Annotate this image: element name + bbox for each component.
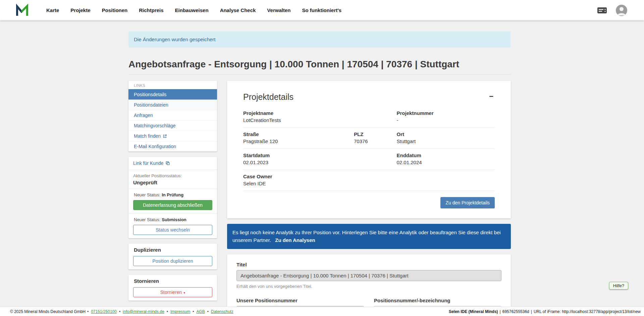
footer-separator: • bbox=[167, 309, 168, 314]
titel-input bbox=[236, 270, 501, 281]
sidebar-item-positionsdateien[interactable]: Positionsdateien bbox=[128, 100, 217, 110]
sidebar-item-match-finden[interactable]: Match finden bbox=[128, 131, 217, 141]
field-value: LotCreationTests bbox=[243, 117, 397, 123]
field-value: 02.01.2024 bbox=[397, 160, 495, 165]
field-label: PLZ bbox=[354, 131, 397, 137]
navbar-right bbox=[597, 5, 627, 16]
cancel-title: Stornieren bbox=[134, 278, 212, 284]
page-body: Die Änderungen wurden gespeichert Angebo… bbox=[0, 20, 644, 316]
duplicate-position-button[interactable]: Position duplizieren bbox=[133, 256, 212, 266]
nav-item-so-funktionierts[interactable]: So funktioniert's bbox=[302, 7, 341, 13]
footer-agb-link[interactable]: AGB bbox=[196, 309, 205, 314]
avatar-circle bbox=[616, 5, 627, 16]
go-to-analyses-link[interactable]: Zu den Analysen bbox=[275, 237, 315, 243]
nav-item-einbauweisen[interactable]: Einbauweisen bbox=[175, 7, 209, 13]
nav-item-positionen[interactable]: Positionen bbox=[102, 7, 128, 13]
links-card: LINKS Positionsdetails Positionsdateien … bbox=[128, 81, 217, 151]
help-button[interactable]: Hilfe? bbox=[609, 282, 628, 290]
current-status-block: Aktueller Positionsstatus: Ungeprüft bbox=[128, 170, 217, 189]
footer-iframe-url: URL of iFrame: http://localhost:32778/ap… bbox=[534, 309, 641, 314]
footer-separator: • bbox=[207, 309, 209, 314]
sidebar-item-label: Anfragen bbox=[134, 113, 153, 118]
content-container: Die Änderungen wurden gespeichert Angebo… bbox=[128, 31, 511, 316]
server-icon[interactable] bbox=[597, 7, 607, 14]
titel-helper: Erhält den von uns vorgegebenen Titel. bbox=[236, 284, 501, 289]
cancel-dropdown-button[interactable]: Stornieren▾ bbox=[133, 287, 212, 297]
sidebar-item-matchingvorschlaege[interactable]: Matchingvorschläge bbox=[128, 120, 217, 131]
field-label: Startdatum bbox=[243, 152, 397, 158]
complete-data-entry-button[interactable]: Datenerfassung abschließen bbox=[133, 200, 212, 210]
sidebar-item-anfragen[interactable]: Anfragen bbox=[128, 110, 217, 120]
next-status-prefix: Neuer Status: bbox=[134, 192, 161, 197]
page-title: Angebotsanfrage - Entsorgung | 10.000 To… bbox=[128, 59, 511, 70]
field-value: Selen IDE bbox=[243, 181, 397, 186]
field-label: Straße bbox=[243, 131, 354, 137]
nav-item-richtpreis[interactable]: Richtpreis bbox=[139, 7, 163, 13]
top-navbar: Karte Projekte Positionen Richtpreis Ein… bbox=[0, 0, 644, 20]
sidebar-item-label: Positionsdateien bbox=[134, 102, 168, 108]
footer-phone-link[interactable]: 07151/250100 bbox=[91, 309, 117, 314]
user-avatar[interactable] bbox=[616, 5, 627, 16]
go-to-project-details-button[interactable]: Zu den Projektdetails bbox=[440, 197, 495, 208]
field-label: Projektname bbox=[243, 110, 397, 116]
current-status-value: Ungeprüft bbox=[133, 180, 212, 185]
main-column: Projektdetails − Projektname LotCreation… bbox=[227, 81, 511, 316]
sidebar-item-label: Matchingvorschläge bbox=[134, 123, 176, 128]
customer-link-row: Link für Kunde bbox=[128, 157, 217, 170]
next-status-prefix: Neuer Status: bbox=[134, 217, 161, 222]
next-status-2-value: Submission bbox=[162, 217, 186, 222]
nav-item-projekte[interactable]: Projekte bbox=[70, 7, 90, 13]
nav-item-verwalten[interactable]: Verwalten bbox=[267, 7, 290, 13]
sidebar-item-email-konfiguration[interactable]: E-Mail Konfiguration bbox=[128, 141, 217, 151]
duplicate-card: Duplizieren Position duplizieren bbox=[128, 244, 217, 269]
project-row-name: Projektname LotCreationTests Projektnumm… bbox=[243, 107, 495, 128]
next-status-1-line: Neuer Status: In Prüfung bbox=[134, 192, 212, 197]
footer-email-link[interactable]: info@mineral-minds.de bbox=[123, 309, 164, 314]
external-link-icon bbox=[163, 134, 167, 138]
title-divider bbox=[128, 74, 511, 75]
field-label: Case Owner bbox=[243, 174, 397, 179]
next-status-1-value: In Prüfung bbox=[162, 192, 183, 197]
project-details-card: Projektdetails − Projektname LotCreation… bbox=[227, 81, 511, 218]
links-header: LINKS bbox=[128, 81, 217, 89]
footer-separator: • bbox=[87, 309, 89, 314]
next-status-2-block: Neuer Status: Submission Status wechseln bbox=[128, 214, 217, 238]
mineral-minds-logo[interactable] bbox=[15, 4, 29, 17]
collapse-icon[interactable]: − bbox=[488, 92, 495, 101]
caret-down-icon: ▾ bbox=[183, 291, 185, 295]
analytics-banner: Es liegt noch keine Analytik zu Ihrer Po… bbox=[227, 224, 511, 249]
field-label: Enddatum bbox=[397, 152, 495, 158]
field-label: Projektnummer bbox=[397, 110, 495, 116]
footer-right: Selen IDE (Mineral Minds) | 69576255536d… bbox=[449, 309, 641, 314]
customer-link[interactable]: Link für Kunde bbox=[133, 161, 170, 166]
external-position-number-label: Positionsnummer/-bezeichnung bbox=[374, 298, 501, 303]
sidebar-item-positionsdetails[interactable]: Positionsdetails bbox=[128, 89, 217, 100]
copy-icon bbox=[165, 161, 170, 166]
footer-left: © 2025 Mineral Minds Deutschland GmbH • … bbox=[10, 309, 234, 314]
footer-pipe: | bbox=[500, 309, 501, 314]
sidebar-item-label: E-Mail Konfiguration bbox=[134, 144, 176, 149]
nav-item-karte[interactable]: Karte bbox=[46, 7, 59, 13]
current-status-label: Aktueller Positionsstatus: bbox=[133, 173, 212, 178]
server-glyph-icon bbox=[597, 7, 607, 14]
project-details-title: Projektdetails bbox=[243, 92, 293, 102]
alert-text: Die Änderungen wurden gespeichert bbox=[134, 37, 216, 42]
project-row-dates: Startdatum 02.01.2023 Enddatum 02.01.202… bbox=[243, 149, 495, 170]
footer-impressum-link[interactable]: Impressum bbox=[170, 309, 190, 314]
status-card: Link für Kunde Aktueller Positionsstatus… bbox=[128, 157, 217, 238]
field-value: Pragstraße 120 bbox=[243, 138, 354, 144]
nav-item-analyse-check[interactable]: Analyse Check bbox=[220, 7, 256, 13]
field-value: 02.01.2023 bbox=[243, 160, 397, 165]
logo-m-icon bbox=[15, 4, 29, 17]
footer-datenschutz-link[interactable]: Datenschutz bbox=[211, 309, 233, 314]
cancel-button-label: Stornieren bbox=[160, 290, 182, 295]
footer: © 2025 Mineral Minds Deutschland GmbH • … bbox=[0, 307, 644, 316]
sidebar: LINKS Positionsdetails Positionsdateien … bbox=[128, 81, 217, 301]
footer-separator: • bbox=[193, 309, 194, 314]
cancel-card: Stornieren Stornieren▾ bbox=[128, 275, 217, 301]
customer-link-label: Link für Kunde bbox=[133, 161, 163, 166]
next-status-2-line: Neuer Status: Submission bbox=[134, 217, 212, 222]
switch-status-button[interactable]: Status wechseln bbox=[133, 225, 212, 235]
next-status-1-block: Neuer Status: In Prüfung Datenerfassung … bbox=[128, 189, 217, 213]
sidebar-item-label: Match finden bbox=[134, 133, 161, 139]
